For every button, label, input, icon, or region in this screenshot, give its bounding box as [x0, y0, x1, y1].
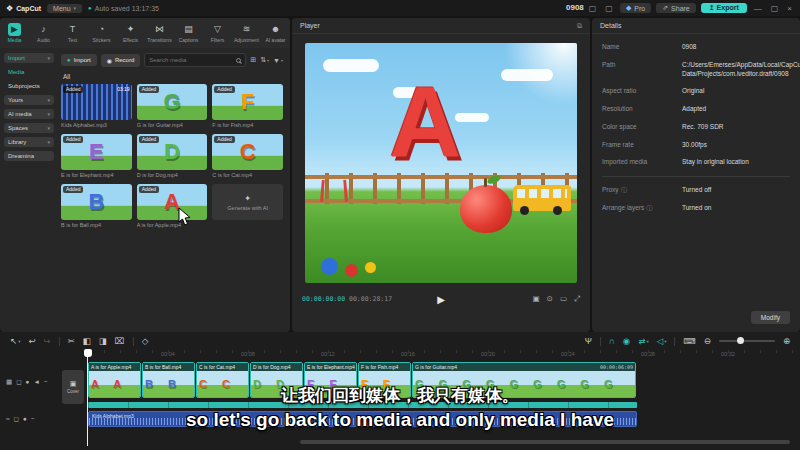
tab-audio[interactable]: ♪ Audio: [29, 20, 58, 46]
undo-button[interactable]: ↩: [28, 336, 35, 346]
mute-icon[interactable]: ●: [26, 378, 30, 386]
media-item-e-elephant[interactable]: Added E E is for Elephant.mp4: [61, 134, 132, 178]
media-item-f-fish[interactable]: Added F F is for Fish.mp4: [212, 84, 283, 128]
timeline-zoom-slider[interactable]: [719, 340, 775, 342]
pro-button[interactable]: ◆ Pro: [620, 3, 651, 13]
sidebar-item-import[interactable]: Import ▾: [4, 53, 54, 63]
fullscreen-icon[interactable]: ⤢: [574, 294, 580, 304]
link-toggle[interactable]: ⇄ ▾: [638, 336, 648, 346]
delete-button[interactable]: ⌧: [115, 336, 125, 346]
titlebar: ❖ CapCut Menu ▾ ● Auto saved 13:17:35 09…: [0, 0, 800, 16]
sidebar-item-subprojects[interactable]: Subprojects: [4, 81, 54, 91]
hide-icon[interactable]: ◄: [34, 378, 40, 386]
select-tool-button[interactable]: ↖ ▾: [10, 336, 20, 346]
preview-quality-icon[interactable]: ▣: [533, 294, 540, 304]
media-item-g-guitar[interactable]: Added G G is for Guitar.mp4: [137, 84, 208, 128]
export-button[interactable]: ↥ Export: [701, 3, 747, 13]
record-voiceover-button[interactable]: Ψ: [585, 336, 592, 346]
lock-icon[interactable]: ◻: [14, 415, 19, 423]
magnet-toggle[interactable]: ∩: [609, 336, 615, 346]
close-button[interactable]: ×: [785, 4, 794, 13]
clip-c-cat[interactable]: C is for Cat.mp4 C C: [196, 362, 249, 398]
tab-filters[interactable]: ▽ Filters: [203, 20, 232, 46]
restore-button[interactable]: ▢: [769, 4, 781, 13]
tab-captions[interactable]: ▤ Captions: [174, 20, 203, 46]
media-item-d-dog[interactable]: Added D D is for Dog.mp4: [137, 134, 208, 178]
play-button[interactable]: ▶: [437, 294, 445, 305]
media-item-b-ball[interactable]: Added B B is for Ball.mp4: [61, 184, 132, 228]
delete-right-button[interactable]: ◨: [99, 336, 107, 346]
media-item-kids-alphabet[interactable]: Added 03:19 Kids Alphabet.mp3: [61, 84, 132, 128]
track-options-icon[interactable]: ▦: [6, 378, 12, 386]
sidebar-item-yours[interactable]: Yours ▾: [4, 95, 54, 105]
search-icon[interactable]: [236, 58, 241, 63]
sidebar-item-spaces[interactable]: Spaces ▾: [4, 123, 54, 133]
audio-preview-toggle[interactable]: ◁ ▾: [657, 336, 667, 346]
keyframe-button[interactable]: ◇: [142, 336, 149, 346]
clip-e-elephant[interactable]: E is for Elephant.mp4 E E: [304, 362, 357, 398]
modify-button[interactable]: Modify: [751, 311, 790, 324]
info-icon[interactable]: ⓘ: [646, 204, 652, 213]
info-icon[interactable]: ⓘ: [621, 186, 627, 195]
menu-button[interactable]: Menu ▾: [47, 4, 82, 13]
mute-icon[interactable]: ●: [23, 415, 27, 423]
tab-stickers[interactable]: ◔ Stickers: [87, 20, 116, 46]
split-button[interactable]: ✂: [68, 336, 75, 346]
resolution-icon[interactable]: ▭: [560, 294, 567, 304]
layout-toggle-icon[interactable]: ▢: [587, 4, 599, 13]
video-preview[interactable]: A: [305, 43, 577, 283]
lock-icon[interactable]: ◻: [16, 378, 21, 386]
timeline-ruler[interactable]: 00:04 00:08 00:12 00:16 00:20 00:24 00:2…: [0, 350, 800, 362]
filter-button[interactable]: ▼ ▾: [273, 57, 283, 64]
tab-media[interactable]: ▶ Media: [0, 20, 29, 46]
clip-g-guitar[interactable]: G is for Guitar.mp4 00:00:06:09 G G G G …: [412, 362, 636, 398]
minimize-button[interactable]: —: [752, 4, 764, 13]
zoom-in-button[interactable]: ⊕: [783, 336, 790, 346]
media-item-a-apple[interactable]: Added A A is for Apple.mp4: [137, 184, 208, 228]
tab-adjustment[interactable]: ≋ Adjustment: [232, 20, 261, 46]
sort-button[interactable]: ⇅ ▾: [260, 56, 269, 64]
search-input[interactable]: [149, 57, 233, 63]
sidebar-item-library[interactable]: Library ▾: [4, 137, 54, 147]
clip-b-ball[interactable]: B is for Ball.mp4 B B: [142, 362, 195, 398]
tab-ai-avatar[interactable]: ☻ AI avatar: [261, 20, 290, 46]
media-filename: D is for Dog.mp4: [137, 172, 208, 178]
playhead[interactable]: [87, 350, 88, 446]
mouse-cursor: [178, 207, 192, 227]
tab-text[interactable]: T Text: [58, 20, 87, 46]
panel-layout-icon[interactable]: ▢: [603, 4, 615, 13]
zoom-out-button[interactable]: ⊖: [704, 336, 711, 346]
generate-with-ai-tile[interactable]: ✦ Generate with AI: [212, 184, 283, 220]
audio-clip[interactable]: Kids Alphabet.mp3: [88, 411, 637, 427]
collapse-icon[interactable]: −: [31, 415, 35, 423]
sidebar-item-media[interactable]: Media: [4, 67, 54, 77]
shortcut-button[interactable]: ⌨: [683, 336, 695, 346]
chevron-down-icon: ▾: [47, 125, 50, 131]
zoom-slider-knob[interactable]: [737, 337, 744, 344]
audio-track-icon[interactable]: ≈: [6, 415, 10, 423]
record-button[interactable]: ◉ Record: [101, 54, 141, 67]
cover-button[interactable]: ▣ Cover: [62, 370, 84, 404]
collapse-icon[interactable]: −: [44, 378, 48, 386]
delete-left-button[interactable]: ◧: [83, 336, 91, 346]
media-item-c-cat[interactable]: Added C C is for Cat.mp4: [212, 134, 283, 178]
redo-button[interactable]: ↪: [44, 336, 51, 346]
import-button[interactable]: ● Import: [61, 54, 97, 66]
sidebar-item-dreamina[interactable]: Dreamina: [4, 151, 54, 161]
video-thumbnail: Added A: [137, 184, 208, 220]
tab-effects[interactable]: ✦ Effects: [116, 20, 145, 46]
view-mode-icon[interactable]: ⊞: [250, 56, 256, 64]
clip-name: E is for Elephant.mp4: [307, 363, 355, 371]
share-button[interactable]: ⇗ Share: [656, 3, 696, 13]
player-detach-icon[interactable]: ⧉: [577, 22, 582, 30]
playhead-handle[interactable]: [84, 349, 92, 357]
clip-f-fish[interactable]: F is for Fish.mp4 F F: [358, 362, 411, 398]
tab-transitions[interactable]: ⋈ Transitions: [145, 20, 174, 46]
clip-a-apple[interactable]: A is for Apple.mp4 A A: [88, 362, 141, 398]
sidebar-item-ai-media[interactable]: AI media ▾: [4, 109, 54, 119]
horizontal-scrollbar[interactable]: [300, 440, 790, 444]
snap-toggle[interactable]: ◉: [623, 336, 630, 346]
clip-d-dog[interactable]: D is for Dog.mp4 D D: [250, 362, 303, 398]
caption-track[interactable]: [88, 402, 637, 408]
focus-icon[interactable]: ⊙: [547, 294, 553, 304]
